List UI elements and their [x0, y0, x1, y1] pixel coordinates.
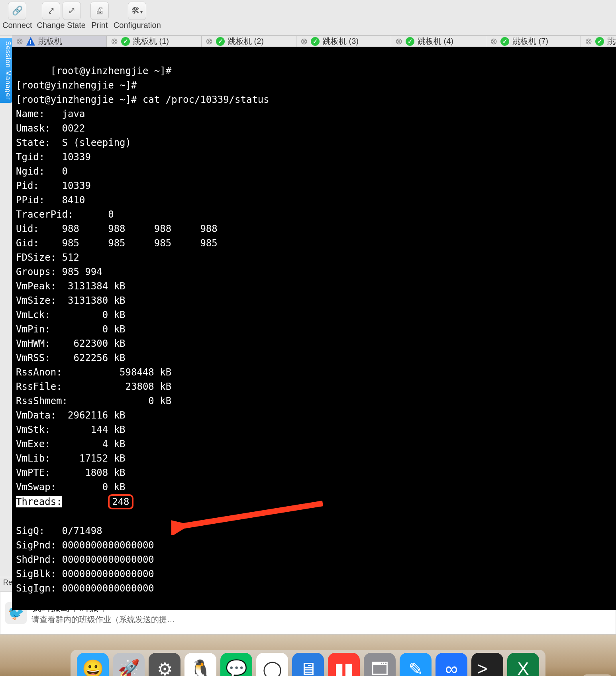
- check-icon: ✓: [311, 37, 320, 46]
- threads-line: Threads: 248: [16, 494, 616, 509]
- print-button[interactable]: 🖨: [90, 2, 109, 20]
- unlink-icon: ⤢: [68, 6, 75, 16]
- close-tab-icon[interactable]: ⊗: [585, 37, 592, 46]
- tab-label: 跳板机 (6): [607, 36, 616, 47]
- tab-label: 跳板机 (3): [323, 36, 359, 47]
- close-tab-icon[interactable]: ⊗: [111, 37, 118, 46]
- check-icon: ✓: [595, 37, 604, 46]
- connect-button[interactable]: 🔗: [8, 2, 26, 20]
- connect-group: 🔗 Connect: [2, 2, 32, 30]
- notification-subtitle: 请查看群内的班级作业（系统发送的提…: [31, 614, 175, 625]
- disconnect-button[interactable]: ⤢: [63, 2, 81, 20]
- dock-launchpad-icon[interactable]: 🚀: [113, 653, 145, 676]
- session-manager-sidebar[interactable]: Session Manager: [0, 35, 12, 577]
- desktop-dock-area: 😀🚀⚙🐧💬◯🖥▮▮🗔✎∞>_X 亿速云: [0, 635, 616, 676]
- dock-excel-icon[interactable]: X: [507, 653, 539, 676]
- tab-label: 跳板机 (2): [228, 36, 264, 47]
- config-button[interactable]: 🛠▾: [128, 2, 146, 20]
- dock-qq-icon[interactable]: 🐧: [184, 653, 216, 676]
- dock-rdp-icon[interactable]: 🖥: [292, 653, 324, 676]
- check-icon: ✓: [121, 37, 130, 46]
- check-icon: ✓: [406, 37, 414, 46]
- dock-parallels-icon[interactable]: ▮▮: [328, 653, 360, 676]
- dock-cloud-icon[interactable]: ∞: [436, 653, 467, 676]
- dock-vm-icon[interactable]: 🗔: [364, 653, 396, 676]
- tab-label: 跳板机 (1): [133, 36, 169, 47]
- threads-value: 248: [108, 494, 133, 509]
- dock-notes-icon[interactable]: ✎: [400, 653, 432, 676]
- config-label: Configuration: [114, 21, 161, 30]
- close-tab-icon[interactable]: ⊗: [395, 37, 402, 46]
- reconnect-button[interactable]: ⤤: [42, 2, 60, 20]
- main-area: Session Manager ⊗跳板机⊗✓跳板机 (1)⊗✓跳板机 (2)⊗✓…: [0, 35, 616, 577]
- print-group: 🖨 Print: [90, 2, 109, 30]
- close-tab-icon[interactable]: ⊗: [490, 37, 497, 46]
- warning-icon: [26, 37, 35, 46]
- watermark: 亿速云: [583, 674, 612, 676]
- session-tab[interactable]: ⊗✓跳板机 (3): [296, 36, 391, 47]
- config-group: 🛠▾ Configuration: [114, 2, 161, 30]
- session-manager-label: Session Manager: [0, 38, 13, 103]
- tab-label: 跳板机 (4): [418, 36, 453, 47]
- change-state-group: ⤤ ⤢ Change State: [37, 2, 86, 30]
- dock-finder-icon[interactable]: 😀: [77, 653, 109, 676]
- print-label: Print: [91, 21, 108, 30]
- dock-wechat-icon[interactable]: 💬: [220, 653, 252, 676]
- check-icon: ✓: [500, 37, 509, 46]
- session-tab[interactable]: ⊗跳板机: [12, 36, 107, 47]
- change-state-label: Change State: [37, 21, 86, 30]
- session-tab[interactable]: ⊗✓跳板机 (6): [581, 36, 616, 47]
- session-tab[interactable]: ⊗✓跳板机 (7): [486, 36, 581, 47]
- refresh-icon: ⤤: [47, 6, 55, 16]
- dock: 😀🚀⚙🐧💬◯🖥▮▮🗔✎∞>_X: [71, 650, 545, 676]
- dock-chrome-icon[interactable]: ◯: [256, 653, 288, 676]
- session-tab[interactable]: ⊗✓跳板机 (4): [391, 36, 486, 47]
- app-toolbar: 🔗 Connect ⤤ ⤢ Change State 🖨 Print 🛠▾ Co…: [0, 0, 616, 35]
- dock-terminal-icon[interactable]: >_: [471, 653, 503, 676]
- terminal-output[interactable]: [root@yinzhengjie ~]# [root@yinzhengjie …: [12, 47, 616, 610]
- threads-label: Threads:: [16, 496, 62, 507]
- wrench-icon: 🛠▾: [131, 6, 143, 16]
- close-tab-icon[interactable]: ⊗: [300, 37, 308, 46]
- session-tabs: ⊗跳板机⊗✓跳板机 (1)⊗✓跳板机 (2)⊗✓跳板机 (3)⊗✓跳板机 (4)…: [12, 35, 616, 47]
- close-tab-icon[interactable]: ⊗: [206, 37, 213, 46]
- close-tab-icon[interactable]: ⊗: [16, 37, 23, 46]
- dock-settings-icon[interactable]: ⚙: [149, 653, 180, 676]
- check-icon: ✓: [216, 37, 225, 46]
- tab-label: 跳板机: [38, 36, 62, 47]
- printer-icon: 🖨: [95, 6, 104, 16]
- session-tab[interactable]: ⊗✓跳板机 (1): [107, 36, 202, 47]
- link-icon: 🔗: [12, 6, 23, 16]
- tab-label: 跳板机 (7): [512, 36, 548, 47]
- connect-label: Connect: [2, 21, 32, 30]
- session-tab[interactable]: ⊗✓跳板机 (2): [202, 36, 296, 47]
